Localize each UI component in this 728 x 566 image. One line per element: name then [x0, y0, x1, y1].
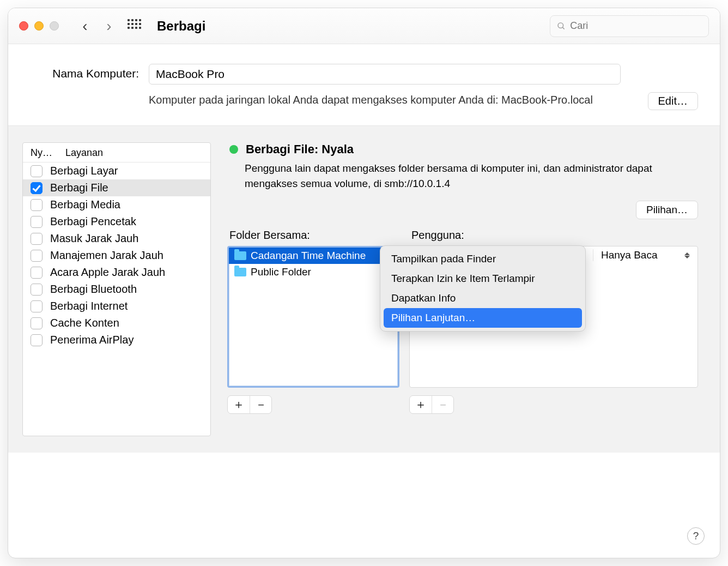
computer-name-hint: Komputer pada jaringan lokal Anda dapat …	[149, 92, 640, 107]
forward-button: ›	[101, 15, 117, 37]
service-row[interactable]: Berbagi Internet	[23, 298, 210, 315]
add-user-button[interactable]: ＋	[410, 396, 432, 413]
remove-user-button: －	[432, 396, 453, 413]
service-label: Acara Apple Jarak Jauh	[50, 266, 165, 279]
folder-row[interactable]: Cadangan Time Machine	[229, 248, 398, 264]
status-indicator-icon	[229, 145, 238, 154]
zoom-icon	[50, 21, 59, 31]
service-row[interactable]: Berbagi Bluetooth	[23, 281, 210, 298]
help-button[interactable]: ?	[687, 527, 705, 545]
sharing-preferences-window: ‹ › Berbagi Nama Komputer: Komputer pada…	[8, 8, 720, 558]
col-service: Layanan	[65, 147, 103, 159]
service-checkbox[interactable]	[31, 334, 43, 346]
permission-select[interactable]: Hanya Baca	[593, 249, 691, 261]
shared-folders-label: Folder Bersama:	[227, 229, 399, 242]
folder-add-remove: ＋ －	[227, 395, 272, 414]
service-row[interactable]: Berbagi File	[23, 179, 210, 196]
context-menu-item[interactable]: Tampilkan pada Finder	[384, 249, 582, 269]
service-checkbox[interactable]	[31, 300, 43, 312]
lower-panel: Ny… Layanan Berbagi LayarBerbagi FileBer…	[8, 125, 720, 453]
edit-hostname-button[interactable]: Edit…	[648, 92, 698, 110]
context-menu-item[interactable]: Terapkan Izin ke Item Terlampir	[384, 269, 582, 288]
service-checkbox[interactable]	[31, 284, 43, 296]
minimize-icon[interactable]	[34, 21, 44, 31]
status-description: Pengguna lain dapat mengakses folder ber…	[227, 161, 698, 191]
service-checkbox[interactable]	[31, 165, 43, 177]
search-input[interactable]	[570, 20, 702, 32]
service-row[interactable]: Berbagi Pencetak	[23, 213, 210, 230]
remove-folder-button[interactable]: －	[250, 396, 271, 413]
service-label: Cache Konten	[50, 317, 119, 329]
chevron-updown-icon	[683, 252, 691, 258]
svg-line-1	[562, 27, 564, 29]
computer-name-label: Nama Komputer:	[30, 64, 139, 110]
service-label: Berbagi Internet	[50, 300, 128, 312]
service-checkbox[interactable]	[31, 182, 43, 194]
show-all-icon[interactable]	[128, 19, 142, 33]
service-label: Berbagi Bluetooth	[50, 283, 137, 296]
search-field[interactable]	[550, 15, 709, 37]
detail-panel: Berbagi File: Nyala Pengguna lain dapat …	[227, 142, 698, 436]
service-label: Berbagi Layar	[50, 165, 118, 177]
context-menu-item[interactable]: Dapatkan Info	[384, 288, 582, 308]
service-label: Berbagi File	[50, 182, 108, 194]
service-label: Penerima AirPlay	[50, 334, 134, 346]
service-row[interactable]: Penerima AirPlay	[23, 332, 210, 348]
users-label: Pengguna:	[409, 229, 698, 242]
search-icon	[557, 21, 566, 31]
computer-name-section: Nama Komputer: Komputer pada jaringan lo…	[8, 44, 720, 125]
titlebar: ‹ › Berbagi	[8, 8, 720, 44]
window-controls	[19, 21, 59, 31]
services-table: Ny… Layanan Berbagi LayarBerbagi FileBer…	[22, 142, 211, 436]
back-button[interactable]: ‹	[77, 15, 93, 37]
service-label: Berbagi Pencetak	[50, 215, 136, 228]
service-checkbox[interactable]	[31, 199, 43, 211]
context-menu-item[interactable]: Pilihan Lanjutan…	[384, 308, 582, 328]
folder-row[interactable]: Public Folder	[229, 264, 398, 280]
add-folder-button[interactable]: ＋	[228, 396, 250, 413]
folder-icon	[234, 268, 246, 276]
service-label: Manajemen Jarak Jauh	[50, 249, 163, 262]
service-row[interactable]: Acara Apple Jarak Jauh	[23, 264, 210, 281]
service-row[interactable]: Manajemen Jarak Jauh	[23, 247, 210, 264]
permission-value: Hanya Baca	[601, 249, 658, 261]
page-title: Berbagi	[157, 19, 205, 34]
computer-name-input[interactable]	[149, 64, 621, 85]
service-row[interactable]: Berbagi Layar	[23, 162, 210, 179]
user-add-remove: ＋ －	[409, 395, 454, 414]
service-checkbox[interactable]	[31, 233, 43, 245]
service-label: Masuk Jarak Jauh	[50, 232, 138, 245]
status-title: Berbagi File: Nyala	[246, 142, 354, 156]
folder-name: Cadangan Time Machine	[251, 250, 366, 262]
context-menu: Tampilkan pada FinderTerapkan Izin ke It…	[380, 245, 586, 332]
services-header: Ny… Layanan	[23, 143, 210, 162]
service-row[interactable]: Masuk Jarak Jauh	[23, 230, 210, 247]
shared-folders-list[interactable]: Cadangan Time MachinePublic Folder	[227, 246, 399, 388]
service-checkbox[interactable]	[31, 216, 43, 228]
close-icon[interactable]	[19, 21, 28, 31]
service-row[interactable]: Cache Konten	[23, 315, 210, 332]
svg-point-0	[558, 22, 563, 28]
folder-icon	[234, 251, 246, 260]
service-checkbox[interactable]	[31, 250, 43, 262]
shared-folders-panel: Folder Bersama: Cadangan Time MachinePub…	[227, 229, 399, 414]
service-row[interactable]: Berbagi Media	[23, 196, 210, 213]
service-checkbox[interactable]	[31, 317, 43, 329]
col-on: Ny…	[31, 147, 56, 159]
folder-name: Public Folder	[251, 266, 311, 278]
service-checkbox[interactable]	[31, 267, 43, 279]
options-button[interactable]: Pilihan…	[636, 201, 698, 219]
service-label: Berbagi Media	[50, 198, 120, 211]
